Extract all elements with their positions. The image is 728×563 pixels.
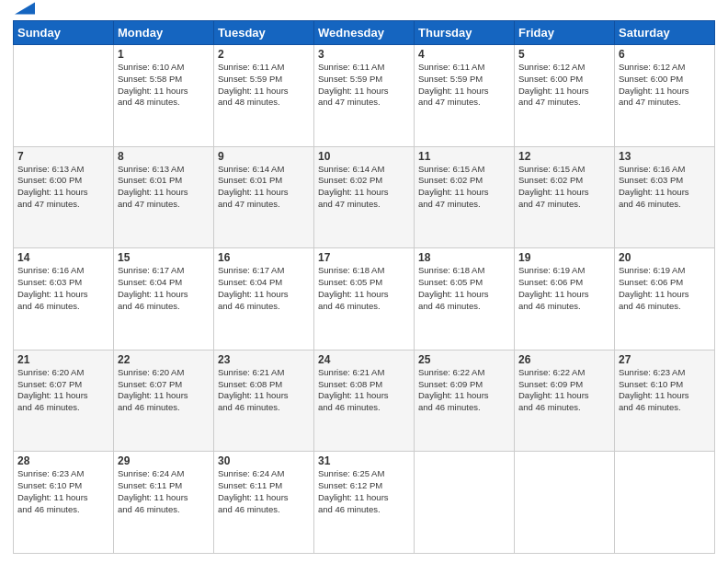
day-info: Sunrise: 6:19 AM Sunset: 6:06 PM Dayligh… (619, 265, 711, 312)
day-number: 7 (17, 150, 109, 163)
day-info: Sunrise: 6:20 AM Sunset: 6:07 PM Dayligh… (118, 367, 210, 414)
day-cell: 10Sunrise: 6:14 AM Sunset: 6:02 PM Dayli… (314, 146, 415, 248)
day-info: Sunrise: 6:16 AM Sunset: 6:03 PM Dayligh… (17, 265, 109, 312)
day-number: 28 (17, 454, 109, 467)
day-number: 19 (518, 251, 610, 264)
day-cell: 18Sunrise: 6:18 AM Sunset: 6:05 PM Dayli… (415, 248, 515, 350)
day-number: 26 (518, 353, 610, 366)
day-cell: 14Sunrise: 6:16 AM Sunset: 6:03 PM Dayli… (14, 248, 114, 350)
week-row-1: 1Sunrise: 6:10 AM Sunset: 5:58 PM Daylig… (14, 45, 715, 147)
day-number: 25 (418, 353, 510, 366)
day-number: 2 (218, 48, 310, 61)
day-info: Sunrise: 6:14 AM Sunset: 6:01 PM Dayligh… (218, 164, 310, 211)
logo-icon (15, 2, 35, 15)
day-info: Sunrise: 6:15 AM Sunset: 6:02 PM Dayligh… (518, 164, 610, 211)
day-info: Sunrise: 6:11 AM Sunset: 5:59 PM Dayligh… (318, 62, 410, 109)
svg-marker-0 (15, 2, 35, 14)
day-cell: 28Sunrise: 6:23 AM Sunset: 6:10 PM Dayli… (14, 452, 114, 554)
day-number: 30 (218, 454, 310, 467)
col-header-monday: Monday (114, 21, 214, 45)
day-info: Sunrise: 6:13 AM Sunset: 6:01 PM Dayligh… (118, 164, 210, 211)
day-cell: 23Sunrise: 6:21 AM Sunset: 6:08 PM Dayli… (214, 350, 314, 452)
day-cell: 5Sunrise: 6:12 AM Sunset: 6:00 PM Daylig… (515, 45, 615, 147)
day-number: 24 (318, 353, 410, 366)
day-info: Sunrise: 6:25 AM Sunset: 6:12 PM Dayligh… (318, 468, 410, 515)
day-number: 23 (218, 353, 310, 366)
col-header-saturday: Saturday (615, 21, 715, 45)
day-number: 6 (619, 48, 711, 61)
day-number: 20 (619, 251, 711, 264)
week-row-3: 14Sunrise: 6:16 AM Sunset: 6:03 PM Dayli… (14, 248, 715, 350)
day-info: Sunrise: 6:16 AM Sunset: 6:03 PM Dayligh… (619, 164, 711, 211)
logo (13, 9, 35, 15)
day-info: Sunrise: 6:13 AM Sunset: 6:00 PM Dayligh… (17, 164, 109, 211)
col-header-sunday: Sunday (14, 21, 114, 45)
day-info: Sunrise: 6:18 AM Sunset: 6:05 PM Dayligh… (418, 265, 510, 312)
day-info: Sunrise: 6:24 AM Sunset: 6:11 PM Dayligh… (218, 468, 310, 515)
day-number: 11 (418, 150, 510, 163)
day-info: Sunrise: 6:18 AM Sunset: 6:05 PM Dayligh… (318, 265, 410, 312)
day-info: Sunrise: 6:14 AM Sunset: 6:02 PM Dayligh… (318, 164, 410, 211)
day-number: 15 (118, 251, 210, 264)
day-number: 3 (318, 48, 410, 61)
day-info: Sunrise: 6:12 AM Sunset: 6:00 PM Dayligh… (518, 62, 610, 109)
day-cell: 19Sunrise: 6:19 AM Sunset: 6:06 PM Dayli… (515, 248, 615, 350)
day-cell: 1Sunrise: 6:10 AM Sunset: 5:58 PM Daylig… (114, 45, 214, 147)
day-cell (515, 452, 615, 554)
day-number: 14 (17, 251, 109, 264)
calendar-table: SundayMondayTuesdayWednesdayThursdayFrid… (13, 20, 715, 554)
day-info: Sunrise: 6:20 AM Sunset: 6:07 PM Dayligh… (17, 367, 109, 414)
header-row: SundayMondayTuesdayWednesdayThursdayFrid… (14, 21, 715, 45)
day-cell: 29Sunrise: 6:24 AM Sunset: 6:11 PM Dayli… (114, 452, 214, 554)
day-number: 1 (118, 48, 210, 61)
day-cell: 11Sunrise: 6:15 AM Sunset: 6:02 PM Dayli… (415, 146, 515, 248)
day-cell: 4Sunrise: 6:11 AM Sunset: 5:59 PM Daylig… (415, 45, 515, 147)
day-cell: 8Sunrise: 6:13 AM Sunset: 6:01 PM Daylig… (114, 146, 214, 248)
day-cell: 9Sunrise: 6:14 AM Sunset: 6:01 PM Daylig… (214, 146, 314, 248)
day-number: 21 (17, 353, 109, 366)
day-info: Sunrise: 6:21 AM Sunset: 6:08 PM Dayligh… (318, 367, 410, 414)
day-cell: 30Sunrise: 6:24 AM Sunset: 6:11 PM Dayli… (214, 452, 314, 554)
col-header-friday: Friday (515, 21, 615, 45)
day-cell: 21Sunrise: 6:20 AM Sunset: 6:07 PM Dayli… (14, 350, 114, 452)
day-number: 22 (118, 353, 210, 366)
day-cell: 15Sunrise: 6:17 AM Sunset: 6:04 PM Dayli… (114, 248, 214, 350)
week-row-2: 7Sunrise: 6:13 AM Sunset: 6:00 PM Daylig… (14, 146, 715, 248)
day-cell: 20Sunrise: 6:19 AM Sunset: 6:06 PM Dayli… (615, 248, 715, 350)
day-info: Sunrise: 6:22 AM Sunset: 6:09 PM Dayligh… (518, 367, 610, 414)
day-cell: 7Sunrise: 6:13 AM Sunset: 6:00 PM Daylig… (14, 146, 114, 248)
day-number: 4 (418, 48, 510, 61)
day-info: Sunrise: 6:11 AM Sunset: 5:59 PM Dayligh… (418, 62, 510, 109)
day-number: 27 (619, 353, 711, 366)
day-cell: 31Sunrise: 6:25 AM Sunset: 6:12 PM Dayli… (314, 452, 415, 554)
header (13, 9, 715, 15)
day-info: Sunrise: 6:17 AM Sunset: 6:04 PM Dayligh… (118, 265, 210, 312)
day-info: Sunrise: 6:23 AM Sunset: 6:10 PM Dayligh… (619, 367, 711, 414)
day-cell: 17Sunrise: 6:18 AM Sunset: 6:05 PM Dayli… (314, 248, 415, 350)
day-number: 18 (418, 251, 510, 264)
day-cell (615, 452, 715, 554)
day-info: Sunrise: 6:19 AM Sunset: 6:06 PM Dayligh… (518, 265, 610, 312)
day-number: 13 (619, 150, 711, 163)
day-info: Sunrise: 6:10 AM Sunset: 5:58 PM Dayligh… (118, 62, 210, 109)
day-cell: 2Sunrise: 6:11 AM Sunset: 5:59 PM Daylig… (214, 45, 314, 147)
day-cell: 3Sunrise: 6:11 AM Sunset: 5:59 PM Daylig… (314, 45, 415, 147)
day-cell: 13Sunrise: 6:16 AM Sunset: 6:03 PM Dayli… (615, 146, 715, 248)
col-header-wednesday: Wednesday (314, 21, 415, 45)
day-cell: 6Sunrise: 6:12 AM Sunset: 6:00 PM Daylig… (615, 45, 715, 147)
day-cell: 12Sunrise: 6:15 AM Sunset: 6:02 PM Dayli… (515, 146, 615, 248)
day-info: Sunrise: 6:22 AM Sunset: 6:09 PM Dayligh… (418, 367, 510, 414)
day-info: Sunrise: 6:12 AM Sunset: 6:00 PM Dayligh… (619, 62, 711, 109)
day-cell: 24Sunrise: 6:21 AM Sunset: 6:08 PM Dayli… (314, 350, 415, 452)
week-row-5: 28Sunrise: 6:23 AM Sunset: 6:10 PM Dayli… (14, 452, 715, 554)
day-cell: 27Sunrise: 6:23 AM Sunset: 6:10 PM Dayli… (615, 350, 715, 452)
day-number: 8 (118, 150, 210, 163)
day-cell: 16Sunrise: 6:17 AM Sunset: 6:04 PM Dayli… (214, 248, 314, 350)
day-number: 12 (518, 150, 610, 163)
col-header-tuesday: Tuesday (214, 21, 314, 45)
day-info: Sunrise: 6:15 AM Sunset: 6:02 PM Dayligh… (418, 164, 510, 211)
col-header-thursday: Thursday (415, 21, 515, 45)
day-cell: 26Sunrise: 6:22 AM Sunset: 6:09 PM Dayli… (515, 350, 615, 452)
page: SundayMondayTuesdayWednesdayThursdayFrid… (0, 0, 728, 563)
day-info: Sunrise: 6:23 AM Sunset: 6:10 PM Dayligh… (17, 468, 109, 515)
